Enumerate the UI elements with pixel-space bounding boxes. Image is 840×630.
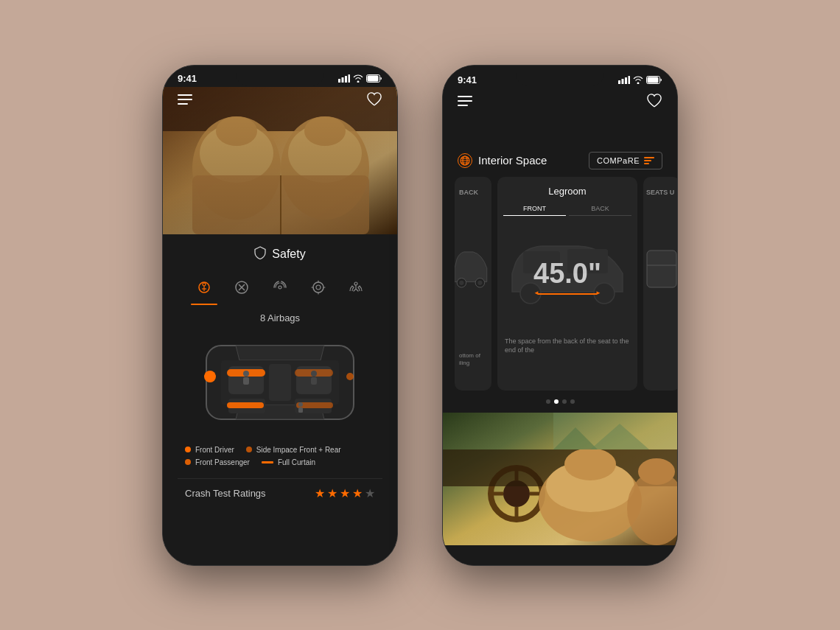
svg-rect-37 [243, 377, 249, 385]
star-3: ★ [340, 486, 350, 500]
svg-point-74 [564, 448, 616, 480]
bottom-photo [443, 413, 677, 545]
dot-1[interactable] [546, 399, 550, 404]
star-1: ★ [315, 486, 325, 500]
signal-icon-2 [618, 76, 630, 84]
card-title-legroom: Legroom [548, 186, 586, 197]
card-header-legroom: Legroom [497, 177, 637, 202]
safety-tab-seatbelts[interactable] [228, 274, 255, 305]
partial-car-left [455, 228, 491, 317]
compare-btn-label: COMPaRE [597, 156, 640, 165]
pagination-dots [443, 399, 677, 404]
partial-left-desc: ottom ofiling [455, 346, 491, 391]
car-airbag-diagram [184, 331, 376, 434]
hamburger-menu-2[interactable] [458, 96, 472, 106]
svg-rect-60 [567, 249, 608, 273]
nav-bar-2 [443, 91, 677, 116]
favorite-button-1[interactable] [366, 92, 382, 107]
svg-rect-76 [553, 413, 677, 449]
safety-tab-stability[interactable] [343, 274, 369, 305]
airbag-icon [191, 274, 217, 301]
star-2: ★ [327, 486, 337, 500]
safety-label: Safety [272, 248, 305, 261]
crash-test-label: Crash Test Ratings [185, 488, 266, 499]
card-tab-back[interactable]: BACK [569, 202, 631, 216]
svg-rect-3 [349, 74, 351, 83]
card-tab-front[interactable]: FRONT [503, 202, 566, 216]
side-impact-dot [246, 447, 252, 452]
phone-1-screen: 9:41 [163, 66, 397, 565]
status-time-2: 9:41 [458, 74, 477, 85]
svg-rect-59 [523, 251, 560, 273]
svg-point-75 [638, 458, 675, 485]
dot-2[interactable] [554, 399, 559, 404]
legroom-card[interactable]: Legroom FRONT BACK [497, 177, 637, 391]
section-title-1: Safety [178, 246, 382, 262]
svg-rect-0 [338, 79, 340, 83]
svg-point-54 [459, 280, 463, 284]
svg-point-40 [298, 402, 303, 407]
tpms-icon [305, 274, 332, 301]
airbag-legend: Front Driver Side Impace Front + Rear Fr… [178, 446, 382, 466]
phone-2-screen: 9:41 [443, 66, 677, 565]
dot-4[interactable] [570, 399, 575, 404]
safety-tab-tpms[interactable] [305, 274, 332, 305]
front-driver-label: Front Driver [195, 446, 234, 454]
battery-icon-2 [646, 76, 662, 84]
status-bar-1: 9:41 [163, 66, 397, 87]
sensor-icon [267, 274, 293, 301]
svg-rect-39 [311, 377, 317, 385]
svg-point-38 [311, 371, 317, 377]
svg-rect-43 [622, 79, 624, 84]
svg-rect-45 [629, 76, 631, 84]
full-curtain-label: Full Curtain [278, 458, 315, 466]
svg-rect-42 [618, 80, 620, 84]
dot-3[interactable] [562, 399, 567, 404]
svg-rect-25 [269, 364, 291, 401]
active-tab-indicator [191, 304, 217, 305]
cards-scroll-area[interactable]: BACK ottom ofiling [443, 177, 677, 391]
svg-point-21 [316, 285, 321, 290]
svg-rect-47 [648, 77, 659, 83]
favorite-button-2[interactable] [646, 94, 662, 108]
svg-rect-61 [647, 251, 676, 287]
wifi-icon [353, 74, 363, 83]
svg-point-17 [203, 283, 206, 286]
signal-icon [338, 74, 350, 83]
car-silhouette-bg [505, 240, 630, 314]
nav-bar-1 [163, 89, 397, 114]
measurement-arrow-line [538, 293, 597, 295]
phone-1: 9:41 [162, 65, 398, 566]
compare-button[interactable]: COMPaRE [589, 152, 662, 169]
status-icons-1 [338, 74, 382, 83]
svg-point-32 [204, 371, 216, 382]
card-partial-left[interactable]: BACK ottom ofiling [455, 177, 491, 391]
interior-photo-2 [443, 413, 677, 545]
legend-front-passenger: Front Passenger [185, 458, 250, 466]
svg-point-22 [354, 282, 357, 285]
svg-rect-1 [342, 77, 344, 83]
front-passenger-label: Front Passenger [195, 458, 250, 466]
card-tabs-legroom: FRONT BACK [497, 202, 637, 216]
status-time-1: 9:41 [178, 73, 197, 84]
svg-point-36 [243, 371, 249, 377]
compare-lines-icon [644, 157, 654, 164]
globe-icon [458, 153, 472, 168]
card-partial-right[interactable]: SEATS U [643, 177, 677, 391]
seatbelt-icon [228, 274, 255, 301]
crash-test-section: Crash Test Ratings ★ ★ ★ ★ ★ [178, 478, 382, 500]
svg-rect-34 [227, 402, 264, 408]
svg-rect-44 [625, 77, 627, 84]
interior-title: Interior Space [458, 153, 547, 168]
hamburger-menu-1[interactable] [178, 94, 192, 105]
phone-2: 9:41 [442, 65, 678, 566]
interior-space-label: Interior Space [478, 154, 547, 167]
safety-icon-tabs [178, 274, 382, 305]
shield-icon-1 [254, 246, 266, 262]
svg-point-56 [477, 280, 482, 284]
svg-point-33 [346, 373, 354, 380]
svg-rect-5 [368, 75, 379, 81]
safety-tab-sensors[interactable] [267, 274, 293, 305]
safety-tab-airbags[interactable] [191, 274, 217, 305]
legend-side-impact: Side Impace Front + Rear [246, 446, 341, 454]
